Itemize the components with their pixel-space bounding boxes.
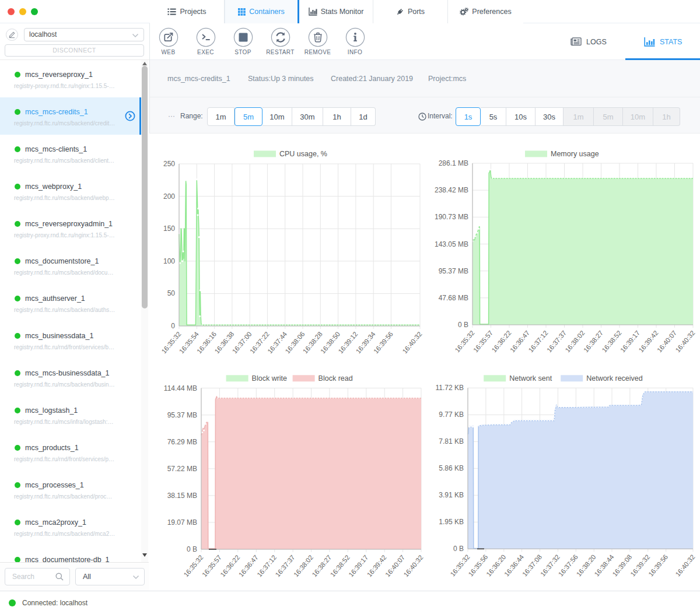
svg-text:9.77 KB: 9.77 KB bbox=[439, 410, 464, 419]
svg-text:150: 150 bbox=[163, 224, 175, 233]
svg-text:16:40:32: 16:40:32 bbox=[402, 554, 425, 578]
svg-text:3.91 KB: 3.91 KB bbox=[439, 491, 464, 499]
svg-text:38.15 MB: 38.15 MB bbox=[167, 492, 197, 500]
svg-text:Block read: Block read bbox=[318, 374, 353, 383]
svg-text:57.22 MB: 57.22 MB bbox=[167, 465, 197, 473]
svg-text:11.72 KB: 11.72 KB bbox=[436, 384, 464, 392]
svg-text:CPU usage, %: CPU usage, % bbox=[279, 150, 327, 158]
svg-text:16:40:32: 16:40:32 bbox=[674, 553, 696, 578]
svg-text:1.95 KB: 1.95 KB bbox=[439, 518, 464, 526]
svg-text:200: 200 bbox=[163, 192, 175, 201]
svg-text:0 B: 0 B bbox=[187, 545, 197, 553]
svg-text:0: 0 bbox=[171, 322, 175, 330]
svg-text:76.29 MB: 76.29 MB bbox=[167, 438, 197, 446]
svg-text:286.1 MB: 286.1 MB bbox=[439, 159, 468, 167]
svg-text:50: 50 bbox=[167, 289, 176, 297]
svg-text:16:40:32: 16:40:32 bbox=[674, 329, 696, 354]
svg-text:16:40:32: 16:40:32 bbox=[401, 331, 424, 355]
svg-text:7.81 KB: 7.81 KB bbox=[439, 437, 464, 445]
svg-text:Memory usage: Memory usage bbox=[551, 150, 599, 158]
svg-text:Network sent: Network sent bbox=[509, 374, 552, 383]
svg-text:0 B: 0 B bbox=[458, 321, 468, 329]
svg-text:Network received: Network received bbox=[586, 374, 643, 383]
svg-text:Block write: Block write bbox=[252, 374, 287, 383]
svg-text:19.07 MB: 19.07 MB bbox=[167, 518, 197, 527]
svg-text:95.37 MB: 95.37 MB bbox=[439, 267, 468, 275]
svg-text:114.44 MB: 114.44 MB bbox=[164, 384, 197, 392]
svg-text:95.37 MB: 95.37 MB bbox=[167, 411, 197, 419]
svg-text:238.42 MB: 238.42 MB bbox=[435, 186, 468, 194]
svg-text:47.68 MB: 47.68 MB bbox=[439, 294, 468, 302]
svg-text:16:39:56: 16:39:56 bbox=[647, 553, 669, 578]
svg-text:143.05 MB: 143.05 MB bbox=[435, 240, 468, 248]
svg-text:250: 250 bbox=[163, 160, 175, 168]
svg-text:100: 100 bbox=[163, 257, 175, 265]
svg-text:0 B: 0 B bbox=[453, 545, 464, 553]
svg-text:5.86 KB: 5.86 KB bbox=[439, 464, 464, 472]
svg-text:190.73 MB: 190.73 MB bbox=[435, 213, 468, 221]
